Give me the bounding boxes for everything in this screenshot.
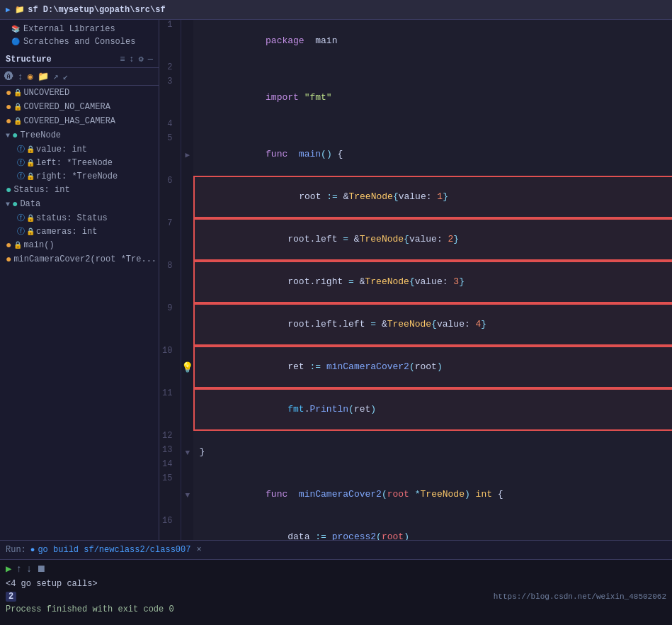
line-num-6: 6 [159, 176, 181, 218]
structure-sort2-icon[interactable]: ↕ [129, 55, 134, 64]
tb-expand-icon[interactable]: 📁 [38, 71, 49, 82]
line-gutter-9 [181, 303, 194, 346]
terminal-down-button[interactable]: ↓ [26, 563, 32, 575]
folder-icon: ▶ 📁 [6, 5, 25, 14]
fn-println: Println [309, 404, 348, 415]
right-treenode-label: right: *TreeNode [36, 171, 118, 181]
brace-close-7: } [453, 234, 459, 244]
line-code-5: func main() { [193, 133, 672, 176]
line-gutter-8 [181, 261, 194, 303]
brace-close-8: } [459, 276, 465, 287]
line-gutter-5: ▶ [181, 133, 194, 176]
brace-6: { [393, 191, 399, 202]
assign-op-7: = [343, 234, 348, 244]
assign-op-8: = [348, 276, 354, 287]
prop-value-8: value [415, 276, 443, 287]
left-treenode-label: left: *TreeNode [36, 158, 113, 168]
fold-btn-13[interactable]: ▼ [186, 449, 190, 457]
uncovered-dot-icon: ● [6, 87, 11, 98]
line-code-11: fmt.Println(ret) [193, 388, 672, 431]
num-1-6: 1 [437, 191, 443, 202]
tree-item-cameras-int[interactable]: ⓕ 🔒 cameras: int [0, 225, 159, 238]
line-gutter-11 [181, 388, 194, 431]
tree-item-main-fn[interactable]: ● 🔒 main() [0, 238, 159, 252]
structure-header-icons: ≡ ↕ ⚙ — [120, 54, 153, 64]
left-lock-icon: 🔒 [26, 159, 35, 167]
fn-mincamera15: minCameraCover2 [293, 489, 382, 500]
terminal-url: https://blog.csdn.net/weixin_48502062 [494, 590, 666, 603]
scratches-label: Scratches and Consoles [23, 37, 135, 47]
tree-item-left-treenode[interactable]: ⓕ 🔒 left: *TreeNode [0, 156, 159, 169]
sidebar-item-scratches[interactable]: 🔵 Scratches and Consoles [0, 35, 159, 48]
main-layout: 📚 External Libraries 🔵 Scratches and Con… [0, 20, 672, 540]
assign-op-6: := [326, 191, 338, 202]
structure-close-icon[interactable]: — [148, 55, 153, 64]
tb-filter-icon[interactable]: ◉ [28, 71, 33, 82]
fn-process2: process2 [332, 531, 376, 540]
line-gutter-1 [181, 20, 194, 62]
main-fn-lock-icon: 🔒 [13, 241, 22, 249]
structure-title: Structure [6, 55, 52, 64]
structure-sort-icon[interactable]: ≡ [120, 55, 125, 64]
line-gutter-3 [181, 77, 194, 119]
right-lock-icon: 🔒 [26, 172, 35, 181]
tb-nav-icon[interactable]: ↗ [53, 71, 59, 82]
kw-func-15: func [266, 489, 287, 500]
structure-settings-icon[interactable]: ⚙ [139, 54, 144, 64]
fold-btn-15[interactable]: ▼ [186, 491, 190, 500]
bulb-icon-10[interactable]: 💡 [181, 362, 193, 373]
treenode-arrow-icon: ▼ [6, 132, 10, 140]
tree-item-status-int[interactable]: ● Status: int [0, 183, 159, 197]
tree-item-covered-has-camera[interactable]: ● 🔒 COVERED_HAS_CAMERA [0, 114, 159, 128]
tree-item-data[interactable]: ▼ ● Data [0, 197, 159, 211]
tb-sort-alpha-icon[interactable]: 🅐 [4, 72, 13, 82]
run-close-icon[interactable]: × [196, 545, 201, 555]
right-field-icon: ⓕ [17, 171, 25, 181]
line-num-3: 3 [159, 77, 181, 119]
value-lock-icon: 🔒 [26, 145, 35, 154]
value-int-label: value: int [36, 145, 87, 154]
library-icon: 📚 [11, 25, 20, 33]
tb-down-icon[interactable]: ↙ [62, 71, 68, 82]
terminal: ▶ ↑ ↓ ⏹ <4 go setup calls> 2 Process fin… [0, 560, 672, 625]
tree-item-status-status[interactable]: ⓕ 🔒 status: Status [0, 211, 159, 225]
prop-value-6: value [399, 191, 426, 202]
colon-7: : [437, 234, 448, 244]
tree-item-value-int[interactable]: ⓕ 🔒 value: int [0, 142, 159, 156]
paren-close-11: ) [370, 404, 376, 415]
colon-9: : [465, 319, 476, 330]
covered-no-camera-label: COVERED_NO_CAMERA [23, 102, 110, 112]
fold-btn-5[interactable]: ▶ [186, 151, 190, 159]
tb-sort-order-icon[interactable]: ↕ [18, 72, 23, 82]
cameras-int-label: cameras: int [36, 227, 97, 237]
line-num-14: 14 [159, 459, 181, 473]
brace-8: { [409, 276, 415, 287]
line-gutter-10: 💡 [181, 346, 194, 388]
terminal-stop-button[interactable]: ⏹ [36, 563, 46, 575]
code-line-9: 9 root.left.left = &TreeNode{value: 4} [159, 303, 672, 346]
assign-op-10: := [309, 361, 321, 372]
terminal-play-button[interactable]: ▶ [6, 563, 11, 575]
code-9: root.left.left [266, 319, 370, 330]
line-code-9: root.left.left = &TreeNode{value: 4} [193, 303, 672, 346]
tree-item-covered-no-camera[interactable]: ● 🔒 COVERED_NO_CAMERA [0, 100, 159, 114]
prop-value-7: value [409, 234, 437, 244]
brace-open-main: { [338, 149, 343, 159]
tree-item-min-camera[interactable]: ● minCameraCover2(root *Tre... [0, 252, 159, 266]
line-code-3: import "fmt" [193, 77, 672, 119]
space-15 [409, 489, 415, 500]
brace-9: { [431, 319, 437, 330]
colon-6: : [426, 191, 438, 202]
terminal-exit-text: Process finished with exit code 0 [6, 604, 174, 614]
code-area[interactable]: 1 package main 2 3 im [159, 20, 672, 540]
tree-item-uncovered[interactable]: ● 🔒 UNCOVERED [0, 86, 159, 100]
scratches-icon: 🔵 [11, 38, 20, 46]
line-gutter-13: ▼ [181, 445, 194, 459]
tree-item-treenode[interactable]: ▼ ● TreeNode [0, 128, 159, 142]
tree-item-right-treenode[interactable]: ⓕ 🔒 right: *TreeNode [0, 169, 159, 183]
sidebar-item-external-libs[interactable]: 📚 External Libraries [0, 23, 159, 35]
arg-ret: ret [354, 404, 370, 415]
line-num-10: 10 [159, 346, 181, 388]
line-code-12 [193, 431, 672, 445]
terminal-up-button[interactable]: ↑ [16, 563, 21, 575]
